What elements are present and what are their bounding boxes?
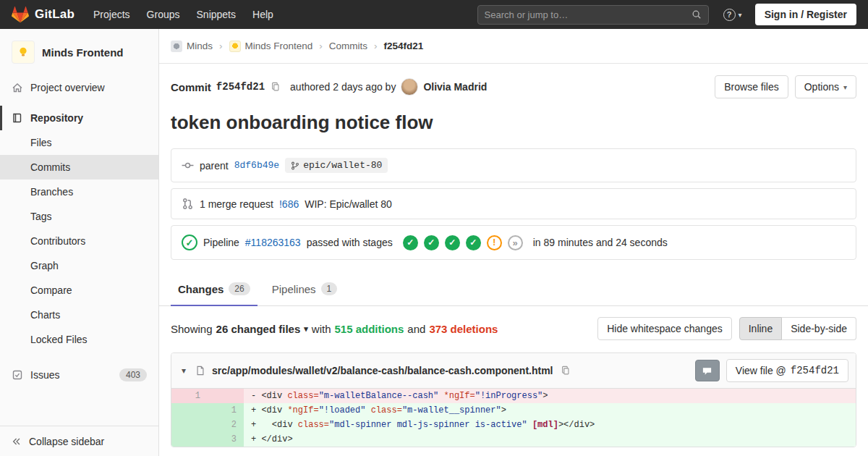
sidebar-item-contributors[interactable]: Contributors xyxy=(0,229,158,253)
mr-title: WIP: Epic/wallet 80 xyxy=(305,198,392,210)
diff-file-header: ▾ src/app/modules/wallet/v2/balance-cash… xyxy=(171,353,856,389)
stage-success-icon[interactable]: ✓ xyxy=(424,235,439,250)
search-box xyxy=(477,5,709,25)
gitlab-logo[interactable]: GitLab xyxy=(12,6,75,23)
options-label: Options xyxy=(804,81,839,93)
diff-code: + <div *ngIf="!loaded" class="m-wallet__… xyxy=(244,403,856,418)
old-line-number[interactable] xyxy=(171,403,208,418)
sidebar-item-files[interactable]: Files xyxy=(0,130,158,155)
commit-header: Commit f254fd21 authored 2 days ago by O… xyxy=(159,64,868,98)
breadcrumb-avatar xyxy=(171,41,182,52)
merge-request-box: 1 merge request !686 WIP: Epic/wallet 80 xyxy=(171,188,856,219)
stage-skipped-icon[interactable]: » xyxy=(508,235,523,250)
new-line-number[interactable]: 2 xyxy=(208,418,244,432)
search-icon[interactable] xyxy=(692,9,702,20)
collapse-icon xyxy=(12,436,22,447)
changed-files-dropdown[interactable]: 26 changed files ▾ xyxy=(216,323,308,335)
main-content: Minds›Minds Frontend›Commits›f254fd21 Co… xyxy=(159,29,868,456)
authored-text: authored 2 days ago by xyxy=(290,81,396,93)
pipeline-duration: in 89 minutes and 24 seconds xyxy=(533,237,668,248)
stage-warning-icon[interactable]: ! xyxy=(487,235,502,250)
sidebar-item-issues[interactable]: Issues 403 xyxy=(0,362,158,388)
navbar-item-snippets[interactable]: Snippets xyxy=(197,9,236,20)
help-menu[interactable]: ? ▾ xyxy=(723,9,742,21)
file-path[interactable]: src/app/modules/wallet/v2/balance-cash/b… xyxy=(212,365,553,376)
new-line-number[interactable]: 1 xyxy=(208,403,244,418)
tab-changes[interactable]: Changes26 xyxy=(171,273,258,306)
repository-icon xyxy=(12,112,23,124)
toggle-comments-button[interactable] xyxy=(695,360,720,381)
old-line-number[interactable] xyxy=(171,418,208,432)
hide-whitespace-button[interactable]: Hide whitespace changes xyxy=(597,317,732,340)
new-line-number[interactable]: 3 xyxy=(208,432,244,447)
options-dropdown-button[interactable]: Options ▾ xyxy=(795,75,856,98)
stage-success-icon[interactable]: ✓ xyxy=(466,235,481,250)
view-file-button[interactable]: View file @ f254fd21 xyxy=(726,359,848,382)
breadcrumb-item-minds[interactable]: Minds xyxy=(171,41,213,52)
tanuki-icon xyxy=(12,6,29,23)
sign-in-button[interactable]: Sign in / Register xyxy=(755,4,856,25)
sidebar-item-branches[interactable]: Branches xyxy=(0,180,158,204)
sidebar: Minds Frontend Project overview Reposito… xyxy=(0,29,159,456)
copy-sha-button[interactable] xyxy=(270,81,281,93)
side-by-side-view-button[interactable]: Side-by-side xyxy=(782,317,856,340)
navbar-item-projects[interactable]: Projects xyxy=(93,9,130,20)
navbar-item-groups[interactable]: Groups xyxy=(147,9,180,20)
stage-success-icon[interactable]: ✓ xyxy=(445,235,460,250)
tab-count-badge: 26 xyxy=(229,282,250,295)
navbar-menu: ProjectsGroupsSnippetsHelp xyxy=(93,9,290,20)
commit-label: Commit xyxy=(171,81,211,93)
help-icon: ? xyxy=(723,9,736,21)
search-input[interactable] xyxy=(485,9,687,20)
chevron-down-icon: ▾ xyxy=(739,11,742,19)
old-line-number[interactable] xyxy=(171,432,208,447)
sidebar-item-repository[interactable]: Repository xyxy=(0,106,158,130)
branch-badge[interactable]: epic/wallet-80 xyxy=(285,158,388,173)
changed-files-count: 26 changed files xyxy=(216,323,301,335)
sidebar-item-graph[interactable]: Graph xyxy=(0,253,158,278)
pipeline-id-link[interactable]: #118263163 xyxy=(245,237,301,248)
showing-text: Showing xyxy=(171,323,213,335)
breadcrumb-item-f254fd21: f254fd21 xyxy=(384,41,424,51)
inline-view-button[interactable]: Inline xyxy=(739,317,782,340)
and-text: and xyxy=(407,323,425,335)
collapse-diff-icon[interactable]: ▾ xyxy=(179,366,189,376)
breadcrumb: Minds›Minds Frontend›Commits›f254fd21 xyxy=(159,29,868,64)
tab-pipelines[interactable]: Pipelines1 xyxy=(265,273,345,306)
merge-request-icon xyxy=(182,198,194,210)
sidebar-item-compare[interactable]: Compare xyxy=(0,278,158,303)
collapse-sidebar-button[interactable]: Collapse sidebar xyxy=(0,426,158,456)
breadcrumb-item-minds-frontend[interactable]: Minds Frontend xyxy=(229,41,313,52)
diff-summary: Showing 26 changed files ▾ with 515 addi… xyxy=(159,306,868,351)
pipeline-label: Pipeline xyxy=(203,237,239,248)
breadcrumb-separator: › xyxy=(219,41,223,51)
author-avatar[interactable] xyxy=(401,78,418,96)
sidebar-item-charts[interactable]: Charts xyxy=(0,303,158,327)
mr-ref-link[interactable]: !686 xyxy=(279,198,299,210)
sidebar-item-locked-files[interactable]: Locked Files xyxy=(0,327,158,352)
navbar-item-help[interactable]: Help xyxy=(252,9,273,20)
pipeline-status-icon[interactable]: ✓ xyxy=(182,235,197,250)
sidebar-item-project-overview[interactable]: Project overview xyxy=(0,75,158,100)
repo-subnav: FilesCommitsBranchesTagsContributorsGrap… xyxy=(0,130,158,352)
breadcrumb-avatar xyxy=(229,41,241,52)
new-line-number[interactable] xyxy=(208,389,244,403)
view-file-sha: f254fd21 xyxy=(791,365,839,376)
diff-code: + <div class="mdl-spinner mdl-js-spinner… xyxy=(244,418,856,432)
browse-files-button[interactable]: Browse files xyxy=(715,75,788,98)
copy-path-button[interactable] xyxy=(560,365,571,376)
parent-sha-link[interactable]: 8df6b49e xyxy=(234,160,279,171)
commit-icon xyxy=(182,159,194,172)
author-name[interactable]: Olivia Madrid xyxy=(423,81,487,93)
diff-line: 2+ <div class="mdl-spinner mdl-js-spinne… xyxy=(171,418,856,432)
stage-success-icon[interactable]: ✓ xyxy=(403,235,418,250)
project-header[interactable]: Minds Frontend xyxy=(0,29,158,75)
deletions-count: 373 deletions xyxy=(429,323,498,335)
sidebar-item-commits[interactable]: Commits xyxy=(0,155,158,180)
old-line-number[interactable]: 1 xyxy=(171,389,208,403)
issues-icon xyxy=(12,369,23,381)
breadcrumb-item-commits[interactable]: Commits xyxy=(329,41,367,51)
sidebar-item-tags[interactable]: Tags xyxy=(0,204,158,229)
pipeline-status-text: passed with stages xyxy=(307,237,393,248)
diff-line: 1+ <div *ngIf="!loaded" class="m-wallet_… xyxy=(171,403,856,418)
